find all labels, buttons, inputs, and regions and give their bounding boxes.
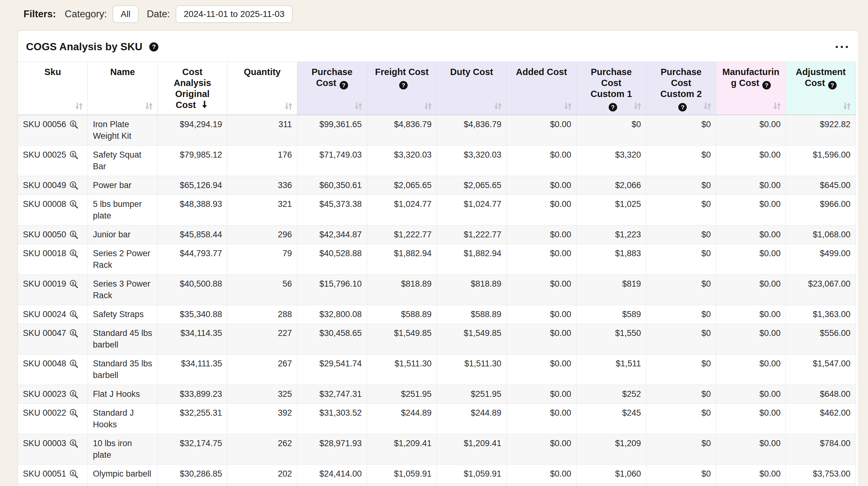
cell-adjustment_cost: $2,277.00 (786, 484, 856, 486)
column-header-label: Purchase Cost Custom 2 (660, 67, 702, 99)
sort-arrows-icon[interactable] (563, 101, 573, 111)
cell-quantity: 336 (227, 176, 297, 195)
search-dollar-icon[interactable]: $ (69, 359, 79, 368)
column-header-label: Name (110, 67, 135, 77)
sort-arrows-icon[interactable] (493, 101, 503, 111)
search-dollar-icon[interactable]: $ (69, 230, 79, 239)
cell-name: Series 3 Power Rack (88, 275, 158, 305)
cell-quantity: 176 (227, 146, 297, 176)
sort-arrows-icon[interactable] (144, 101, 154, 111)
cell-quantity: 381 (227, 484, 297, 486)
cell-sku: SKU 00018$ (18, 244, 88, 275)
sort-arrows-icon[interactable] (283, 101, 294, 111)
cell-quantity: 325 (227, 385, 297, 404)
cell-name: Olympic barbell (88, 465, 158, 484)
sort-arrows-icon[interactable] (702, 101, 713, 111)
sort-arrows-icon[interactable] (353, 101, 364, 111)
sort-arrows-icon[interactable] (632, 101, 643, 111)
column-header-added_cost[interactable]: Added Cost (506, 62, 577, 115)
table-row: SKU 00047$Standard 45 lbs barbell$34,114… (18, 324, 856, 354)
cell-original_cost: $32,174.75 (157, 434, 227, 465)
column-header-manufacturing_cost[interactable]: Manufacturing Cost (716, 62, 786, 115)
sort-arrows-icon[interactable] (842, 101, 852, 111)
cell-original_cost: $30,286.85 (157, 465, 227, 484)
cell-name: Power bar (88, 176, 158, 195)
cell-adjustment_cost: $462.00 (786, 404, 856, 434)
cell-duty_cost: $1,199.61 (437, 484, 507, 486)
cell-original_cost: $34,111.35 (157, 354, 227, 385)
column-header-original_cost[interactable]: Cost Analysis Original Cost (157, 62, 227, 115)
column-header-duty_cost[interactable]: Duty Cost (437, 62, 507, 115)
sort-desc-arrow-icon[interactable] (200, 99, 209, 111)
cell-original_cost: $33,899.23 (157, 385, 227, 404)
cell-adjustment_cost: $3,753.00 (786, 465, 856, 484)
column-header-freight_cost[interactable]: Freight Cost (367, 62, 437, 115)
sku-value: SKU 00050 (23, 230, 66, 239)
question-circle-icon[interactable] (149, 42, 158, 52)
cell-purchase_cost: $45,373.38 (297, 195, 367, 225)
cell-purchase_cost_custom2: $0 (646, 225, 716, 244)
cell-freight_cost: $1,059.91 (367, 465, 437, 484)
question-circle-icon[interactable] (828, 81, 837, 89)
sort-arrows-icon[interactable] (74, 101, 84, 111)
question-circle-icon[interactable] (762, 81, 771, 89)
date-range-picker[interactable]: 2024-11-01 to 2025-11-03 (176, 5, 292, 23)
sku-value: SKU 00048 (23, 359, 66, 368)
category-select[interactable]: All (113, 5, 138, 23)
category-label: Category: (65, 8, 106, 20)
cell-name: Safety Straps (88, 305, 158, 324)
cell-sku: SKU 00047$ (18, 324, 88, 354)
question-circle-icon[interactable] (340, 81, 348, 89)
column-header-label: Added Cost (516, 67, 567, 77)
svg-text:$: $ (72, 122, 74, 126)
cell-manufacturing_cost: $0.00 (716, 385, 786, 404)
search-dollar-icon[interactable]: $ (69, 199, 79, 209)
cell-purchase_cost: $99,361.65 (297, 115, 367, 146)
cell-purchase_cost_custom2: $0 (646, 404, 716, 434)
sort-arrows-icon[interactable] (772, 101, 782, 111)
column-header-purchase_cost_custom1[interactable]: Purchase Cost Custom 1 (577, 62, 646, 115)
question-circle-icon[interactable] (609, 103, 617, 111)
cell-duty_cost: $1,059.91 (437, 465, 507, 484)
column-header-quantity[interactable]: Quantity (227, 62, 297, 115)
cell-added_cost: $0.00 (506, 305, 577, 324)
cell-sku: SKU 00023$ (18, 385, 88, 404)
table-wrap: SkuNameCost Analysis Original CostQuanti… (18, 61, 859, 486)
cell-purchase_cost_custom1: $3,320 (577, 146, 646, 176)
search-dollar-icon[interactable]: $ (69, 438, 79, 448)
search-dollar-icon[interactable]: $ (69, 249, 79, 258)
cell-name: 10 lbs iron plate (88, 434, 158, 465)
search-dollar-icon[interactable]: $ (69, 310, 79, 319)
question-circle-icon[interactable] (399, 81, 408, 89)
cell-name: Standard J Hooks (88, 404, 158, 434)
cell-original_cost: $79,985.12 (157, 146, 227, 176)
cell-duty_cost: $244.89 (437, 404, 507, 434)
search-dollar-icon[interactable]: $ (69, 150, 79, 160)
svg-text:$: $ (72, 281, 74, 286)
search-dollar-icon[interactable]: $ (69, 469, 79, 479)
column-header-name[interactable]: Name (88, 62, 158, 115)
search-dollar-icon[interactable]: $ (69, 120, 79, 129)
table-row: SKU 00056$Iron Plate Weight Kit$94,294.1… (18, 115, 856, 146)
cell-quantity: 321 (227, 195, 297, 225)
column-header-sku[interactable]: Sku (18, 62, 88, 115)
cell-manufacturing_cost: $0.00 (716, 434, 786, 465)
search-dollar-icon[interactable]: $ (69, 279, 79, 288)
column-header-purchase_cost[interactable]: Purchase Cost (297, 62, 367, 115)
cell-purchase_cost_custom1: $245 (577, 404, 646, 434)
search-dollar-icon[interactable]: $ (69, 408, 79, 418)
cell-added_cost: $0.00 (506, 275, 577, 305)
column-header-adjustment_cost[interactable]: Adjustment Cost (786, 62, 856, 115)
card-menu-button[interactable] (834, 43, 849, 51)
search-dollar-icon[interactable]: $ (69, 180, 79, 190)
search-dollar-icon[interactable]: $ (69, 328, 79, 338)
search-dollar-icon[interactable]: $ (69, 389, 79, 399)
cell-sku: SKU 00003$ (18, 434, 88, 465)
cell-original_cost: $44,793.77 (157, 244, 227, 275)
sort-arrows-icon[interactable] (423, 101, 433, 111)
cell-purchase_cost_custom2: $0 (646, 244, 716, 275)
question-circle-icon[interactable] (678, 103, 687, 111)
column-header-purchase_cost_custom2[interactable]: Purchase Cost Custom 2 (646, 62, 716, 115)
cell-added_cost: $0.00 (506, 434, 577, 465)
sku-value: SKU 00024 (23, 310, 66, 319)
